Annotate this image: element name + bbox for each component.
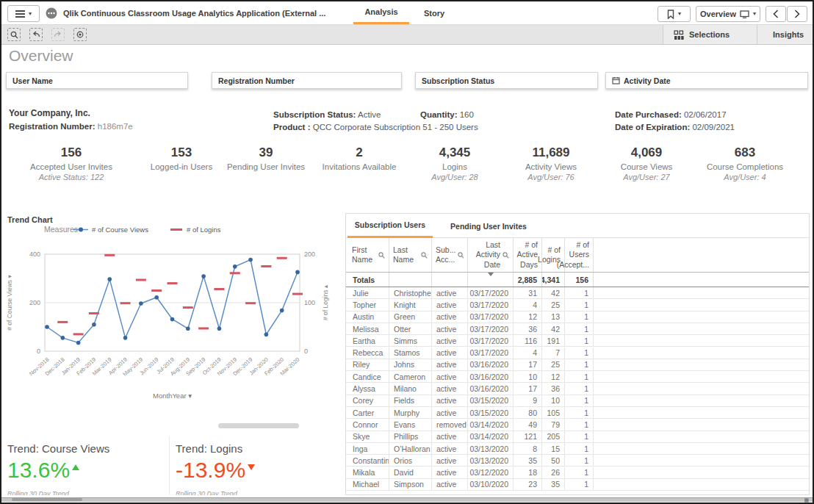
table-cell: 1 xyxy=(565,323,594,334)
table-tab-subscription-users[interactable]: Subscription Users xyxy=(347,214,433,238)
selections-back-button[interactable] xyxy=(29,28,43,41)
table-row[interactable]: ConstantineOriosactive03/13/202035501 xyxy=(346,455,809,467)
svg-text:# of Logins: # of Logins xyxy=(187,226,221,234)
filter-label: Subscription Status xyxy=(422,76,494,85)
filter-subscription-status[interactable]: Subscription Status xyxy=(415,72,598,89)
horizontal-scrollbar-handle[interactable] xyxy=(12,498,82,501)
table-cell-empty xyxy=(594,407,810,418)
table-cell-empty xyxy=(594,383,810,394)
next-sheet-button[interactable] xyxy=(787,6,807,22)
kpi-label: Course Views xyxy=(591,162,702,171)
table-cell: Fields xyxy=(389,395,432,406)
kpi-invitations-available[interactable]: 2Invitations Available xyxy=(304,145,414,171)
table-row[interactable]: EarthaSimmsactive03/17/20201161911 xyxy=(346,335,809,347)
table-header-row: First NameLast NameSub... Acc...Last Act… xyxy=(346,238,809,272)
table-cell-empty xyxy=(594,395,810,406)
kpi-accepted-user-invites[interactable]: 156Accepted User InvitesActive Status: 1… xyxy=(16,145,126,181)
table-row[interactable]: MelissaOtteractive03/17/202036421 xyxy=(346,323,809,335)
table-cell: 1 xyxy=(565,383,594,394)
resize-grip-icon[interactable]: ▦ xyxy=(804,497,810,503)
subscription-status: Subscription Status: Active xyxy=(273,110,381,119)
trend-kpi-logins[interactable]: Trend: Logins-13.9%Rolling 30 Day Trend xyxy=(170,436,339,501)
trend-kpi-course-views[interactable]: Trend: Course Views13.6%Rolling 30 Day T… xyxy=(1,436,170,501)
table-row[interactable]: CandiceCameronactive03/16/202010121 xyxy=(346,371,809,383)
table-cell: 03/16/2020 xyxy=(468,383,514,394)
clear-selections-button[interactable] xyxy=(73,28,87,41)
table-row[interactable]: MichaelSimpsonactive03/10/202023351 xyxy=(346,479,809,491)
selections-tool-button[interactable]: Selections xyxy=(663,25,757,44)
table-row[interactable]: MikalaDavidactive03/12/202018261 xyxy=(346,467,809,479)
svg-text:400: 400 xyxy=(29,251,40,258)
table-tabs: Subscription UsersPending User Invites xyxy=(346,214,809,238)
table-cell: 4 xyxy=(514,348,542,359)
table-cell: 26 xyxy=(542,467,565,478)
table-cell: 4 xyxy=(514,299,542,310)
kpi-course-completions[interactable]: 683Course CompletionsAvg/User: 4 xyxy=(690,145,800,181)
table-row[interactable]: IngaO’Halloranactive03/13/20208151 xyxy=(346,443,809,455)
column-header-sub-acc-[interactable]: Sub... Acc... xyxy=(432,238,468,272)
search-icon[interactable] xyxy=(503,252,509,259)
filter-registration-number[interactable]: Registration Number xyxy=(212,72,402,89)
table-row[interactable]: AustinGreenactive03/17/202012131 xyxy=(346,312,809,323)
totals-cell: 2,885 xyxy=(514,273,542,287)
table-cell: 36 xyxy=(514,323,542,334)
table-row[interactable]: TopherKnightactive03/17/20204251 xyxy=(346,299,809,311)
totals-cell xyxy=(389,273,432,287)
table-cell-empty xyxy=(594,359,810,370)
search-icon[interactable] xyxy=(458,252,464,259)
table-cell: Corey xyxy=(348,395,389,406)
table-cell: active xyxy=(432,479,468,490)
date-purchased: Date Purchased: 02/06/2017 xyxy=(615,110,727,119)
table-row[interactable]: RebeccaStamosactive03/17/2020471 xyxy=(346,348,809,359)
table-cell-empty xyxy=(594,431,810,442)
column-header-last-activity-date[interactable]: Last Activity Date xyxy=(468,238,514,272)
chart-horizontal-scrollbar[interactable] xyxy=(218,423,299,428)
table-cell: 23 xyxy=(514,479,542,490)
smart-search-button[interactable] xyxy=(7,28,21,41)
column-header-last-name[interactable]: Last Name xyxy=(389,238,432,272)
table-row[interactable]: AlyssaMilanoactive03/16/202017361 xyxy=(346,383,809,395)
table-cell: 03/16/2020 xyxy=(468,359,514,370)
tab-story[interactable]: Story xyxy=(413,1,455,24)
global-menu-button[interactable]: ▾ xyxy=(7,5,40,22)
table-cell: 35 xyxy=(514,455,542,466)
table-row[interactable]: SkyePhillipsactive03/14/20201212051 xyxy=(346,431,809,443)
horizontal-scrollbar-track[interactable] xyxy=(1,497,813,502)
filter-user-name[interactable]: User Name xyxy=(6,72,188,89)
table-row[interactable]: CoreyFieldsactive03/15/20209101 xyxy=(346,395,809,407)
bookmarks-button[interactable]: ▾ xyxy=(658,6,691,22)
kpi-subtext: Active Status: 122 xyxy=(16,173,126,181)
chevron-down-icon: ▾ xyxy=(29,11,32,17)
users-table-panel: Subscription UsersPending User InvitesFi… xyxy=(345,213,810,495)
column-header--of-users-accept-[interactable]: # of Users (Accept... xyxy=(565,238,594,272)
column-header-first-name[interactable]: First Name xyxy=(348,238,389,272)
product-info: Product : QCC Corporate Subscription 51 … xyxy=(273,123,478,132)
selections-forward-button[interactable] xyxy=(51,28,65,41)
table-row[interactable]: ConnorEvansremoved03/14/202049791 xyxy=(346,419,809,431)
table-tab-pending-user-invites[interactable]: Pending User Invites xyxy=(440,214,537,238)
insights-button[interactable]: Insights xyxy=(757,25,814,44)
table-row[interactable]: JulieChristopheractive03/17/202031421 xyxy=(346,287,809,299)
filter-activity-date[interactable]: Activity Date xyxy=(605,72,808,89)
table-row[interactable]: CarterMurphyactive03/15/2020801051 xyxy=(346,407,809,419)
table-cell: Green xyxy=(389,312,432,323)
table-cell: 1 xyxy=(565,335,594,346)
table-row[interactable]: RileyJohnsactive03/16/202017251 xyxy=(346,359,809,371)
tab-analysis[interactable]: Analysis xyxy=(353,1,409,24)
table-cell: 13 xyxy=(542,312,565,323)
kpi-logins[interactable]: 4,345LoginsAvg/User: 28 xyxy=(400,145,510,181)
search-icon[interactable] xyxy=(378,252,385,259)
trend-line-chart[interactable]: Measures# of Course Views# of Logins0200… xyxy=(1,213,339,410)
table-cell: Mikala xyxy=(348,467,389,478)
sheet-selector-button[interactable]: Overview ▾ xyxy=(696,6,760,22)
clear-selections-icon xyxy=(76,31,84,38)
kpi-activity-views[interactable]: 11,689Activity ViewsAvg/User: 76 xyxy=(496,145,606,181)
kpi-course-views[interactable]: 4,069Course ViewsAvg/User: 27 xyxy=(591,145,702,181)
svg-text:# of Course Views: # of Course Views xyxy=(92,226,148,234)
totals-label: Totals xyxy=(348,273,389,287)
registration-number: Registration Number: h186m7e xyxy=(9,122,133,131)
table-cell: 03/17/2020 xyxy=(468,299,514,310)
search-icon[interactable] xyxy=(421,252,428,259)
previous-sheet-button[interactable] xyxy=(766,6,786,22)
sort-descending-icon[interactable] xyxy=(488,273,494,276)
